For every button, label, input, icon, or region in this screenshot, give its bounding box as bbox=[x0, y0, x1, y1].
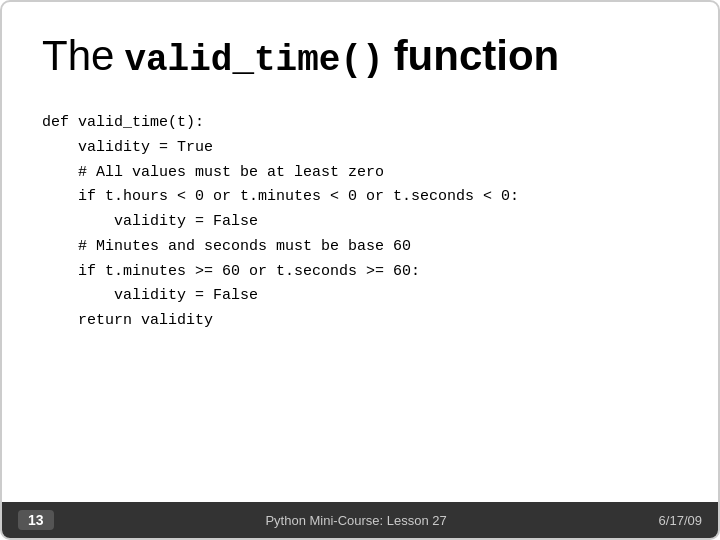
slide-number: 13 bbox=[18, 510, 54, 530]
title-part1: The bbox=[42, 32, 114, 80]
title-code: valid_time() bbox=[124, 40, 383, 81]
title-part2: function bbox=[394, 32, 560, 80]
code-block: def valid_time(t): validity = True # All… bbox=[42, 111, 678, 334]
slide-content: The valid_time() function def valid_time… bbox=[2, 2, 718, 502]
footer-date: 6/17/09 bbox=[659, 513, 702, 528]
slide-footer: 13 Python Mini-Course: Lesson 27 6/17/09 bbox=[2, 502, 718, 538]
slide: The valid_time() function def valid_time… bbox=[0, 0, 720, 540]
footer-title: Python Mini-Course: Lesson 27 bbox=[265, 513, 446, 528]
slide-title: The valid_time() function bbox=[42, 32, 678, 81]
